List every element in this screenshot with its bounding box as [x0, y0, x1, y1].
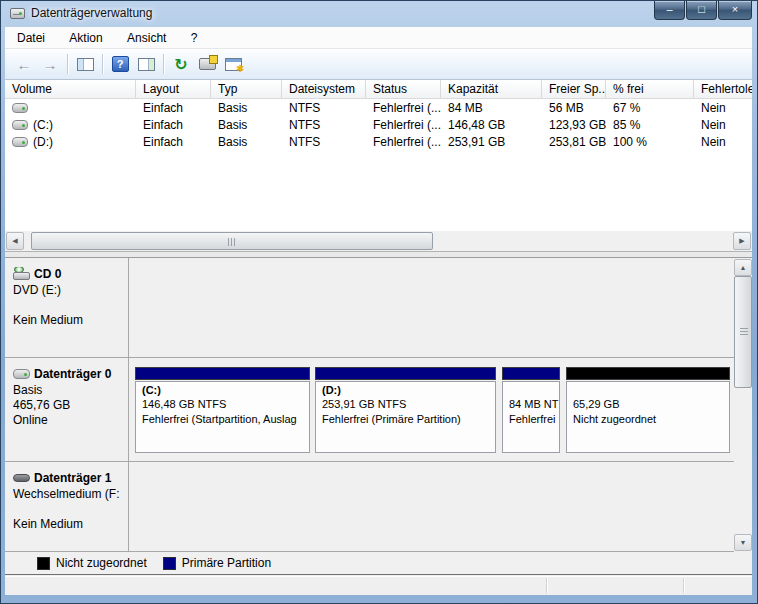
- legend-bar: Nicht zugeordnet Primäre Partition: [5, 552, 752, 575]
- cell-freier-speicher: 253,81 GB: [542, 135, 606, 149]
- column-header-prozent-frei[interactable]: % frei: [606, 80, 694, 99]
- cell-freier-speicher: 123,93 GB: [542, 118, 606, 132]
- cd0-line: DVD (E:): [13, 283, 124, 298]
- vertical-scrollbar[interactable]: ▲ ▼: [734, 259, 752, 551]
- partition-status: Fehlerfrei (Primäre Partition): [322, 413, 493, 428]
- client-area: Datei Aktion Ansicht ? ← → ? ↻ ✱ Volume: [5, 27, 752, 595]
- statusbar-separator: [546, 578, 547, 593]
- menu-datei[interactable]: Datei: [8, 27, 54, 49]
- disk-icon: [13, 369, 30, 379]
- partition-name: (D:): [322, 384, 493, 398]
- column-header-freier-speicher[interactable]: Freier Sp...: [542, 80, 606, 99]
- partition-block-system[interactable]: 84 MB NT Fehlerfrei: [502, 367, 560, 454]
- table-row[interactable]: Einfach Basis NTFS Fehlerfrei (... 84 MB…: [5, 99, 752, 116]
- partition-type-strip: [135, 367, 310, 380]
- partition-block-c[interactable]: (C:) 146,48 GB NTFS Fehlerfrei (Startpar…: [135, 367, 310, 454]
- volume-icon: [12, 137, 28, 147]
- sparkle-icon: ✱: [236, 64, 244, 74]
- vertical-scroll-thumb[interactable]: [734, 276, 752, 388]
- scroll-left-button[interactable]: ◀: [6, 232, 24, 250]
- refresh-button[interactable]: ↻: [168, 52, 194, 77]
- partition-block-unallocated[interactable]: 65,29 GB Nicht zugeordnet: [566, 367, 730, 454]
- close-button[interactable]: ×: [718, 1, 752, 20]
- menu-ansicht[interactable]: Ansicht: [118, 27, 175, 49]
- disk-properties-icon: [199, 58, 216, 70]
- toolbar-separator: [163, 54, 164, 74]
- minimize-button[interactable]: –: [654, 1, 685, 20]
- scroll-up-button[interactable]: ▲: [734, 259, 752, 276]
- partition-type-strip: [502, 367, 560, 380]
- disk-management-window: Datenträgerverwaltung – □ × Datei Aktion…: [0, 0, 758, 604]
- scroll-right-button[interactable]: ▶: [733, 232, 751, 250]
- legend-swatch-unallocated: [37, 557, 50, 570]
- menu-hilfe[interactable]: ?: [182, 27, 207, 49]
- help-button[interactable]: ?: [107, 52, 133, 77]
- window-title: Datenträgerverwaltung: [31, 6, 152, 20]
- volume-table-body: Einfach Basis NTFS Fehlerfrei (... 84 MB…: [5, 99, 752, 150]
- column-header-status[interactable]: Status: [366, 80, 441, 99]
- partition-status: Nicht zugeordnet: [573, 413, 727, 428]
- column-header-typ[interactable]: Typ: [211, 80, 282, 99]
- cell-status: Fehlerfrei (...: [366, 135, 441, 149]
- statusbar: [5, 576, 752, 595]
- disk0-content-area: (C:) 146,48 GB NTFS Fehlerfrei (Startpar…: [128, 358, 734, 461]
- menu-aktion[interactable]: Aktion: [60, 27, 111, 49]
- horizontal-scrollbar[interactable]: ◀ ▶: [5, 231, 752, 251]
- cell-volume: (C:): [33, 118, 53, 132]
- disk1-title: Datenträger 1: [34, 471, 111, 485]
- column-header-layout[interactable]: Layout: [136, 80, 211, 99]
- legend-item-primary-partition: Primäre Partition: [163, 556, 271, 570]
- legend-label: Primäre Partition: [182, 556, 271, 570]
- removable-disk-icon: [13, 474, 30, 482]
- cell-dateisystem: NTFS: [282, 118, 366, 132]
- help-icon: ?: [112, 56, 129, 72]
- partition-size: 84 MB NT: [509, 398, 557, 413]
- disk-properties-button[interactable]: [194, 52, 220, 77]
- show-action-pane-button[interactable]: [133, 52, 159, 77]
- cell-fehlertoleranz: Nein: [694, 135, 752, 149]
- forward-icon: →: [43, 56, 58, 73]
- titlebar[interactable]: Datenträgerverwaltung – □ ×: [1, 1, 758, 27]
- cd0-label-cell[interactable]: CD 0 DVD (E:) Kein Medium: [5, 258, 128, 357]
- volume-table-header: Volume Layout Typ Dateisystem Status Kap…: [5, 80, 752, 99]
- partition-type-strip: [566, 367, 730, 380]
- cell-status: Fehlerfrei (...: [366, 118, 441, 132]
- cd-drive-icon: [13, 268, 31, 280]
- maximize-button[interactable]: □: [686, 1, 717, 20]
- forward-button[interactable]: →: [37, 52, 63, 77]
- back-button[interactable]: ←: [11, 52, 37, 77]
- disk1-label-cell[interactable]: Datenträger 1 Wechselmedium (F: Kein Med…: [5, 462, 128, 551]
- disk1-line: [13, 502, 124, 517]
- help-window-button[interactable]: ✱: [220, 52, 246, 77]
- console-tree-icon: [77, 58, 94, 71]
- table-row[interactable]: (D:) Einfach Basis NTFS Fehlerfrei (... …: [5, 133, 752, 150]
- cell-layout: Einfach: [136, 118, 211, 132]
- pane-splitter[interactable]: [5, 251, 752, 258]
- menubar: Datei Aktion Ansicht ?: [5, 27, 752, 49]
- cell-freier-speicher: 56 MB: [542, 101, 606, 115]
- toolbar: ← → ? ↻ ✱: [5, 49, 752, 80]
- disk0-line: 465,76 GB: [13, 398, 124, 413]
- statusbar-separator: [683, 578, 684, 593]
- refresh-icon: ↻: [174, 55, 187, 74]
- table-row[interactable]: (C:) Einfach Basis NTFS Fehlerfrei (... …: [5, 116, 752, 133]
- scroll-down-button[interactable]: ▼: [734, 534, 752, 551]
- toolbar-separator: [67, 54, 68, 74]
- partition-block-d[interactable]: (D:) 253,91 GB NTFS Fehlerfrei (Primäre …: [315, 367, 496, 454]
- column-header-volume[interactable]: Volume: [5, 80, 136, 99]
- partition-name: [573, 384, 727, 398]
- show-console-tree-button[interactable]: [72, 52, 98, 77]
- partition-name: (C:): [142, 384, 307, 398]
- app-icon: [10, 8, 25, 19]
- cd0-content-area: [128, 258, 734, 357]
- disk-row-cd0: CD 0 DVD (E:) Kein Medium: [5, 258, 734, 358]
- column-header-kapazitaet[interactable]: Kapazität: [441, 80, 542, 99]
- disk0-label-cell[interactable]: Datenträger 0 Basis 465,76 GB Online: [5, 358, 128, 461]
- disk0-line: Online: [13, 413, 124, 428]
- column-header-dateisystem[interactable]: Dateisystem: [282, 80, 366, 99]
- volume-icon: [12, 103, 28, 113]
- column-header-fehlertoleranz[interactable]: Fehlertoleranz: [694, 80, 752, 99]
- disk1-line: Wechselmedium (F:: [13, 487, 124, 502]
- horizontal-scroll-thumb[interactable]: [31, 232, 433, 250]
- volume-list-pane: Volume Layout Typ Dateisystem Status Kap…: [5, 80, 752, 251]
